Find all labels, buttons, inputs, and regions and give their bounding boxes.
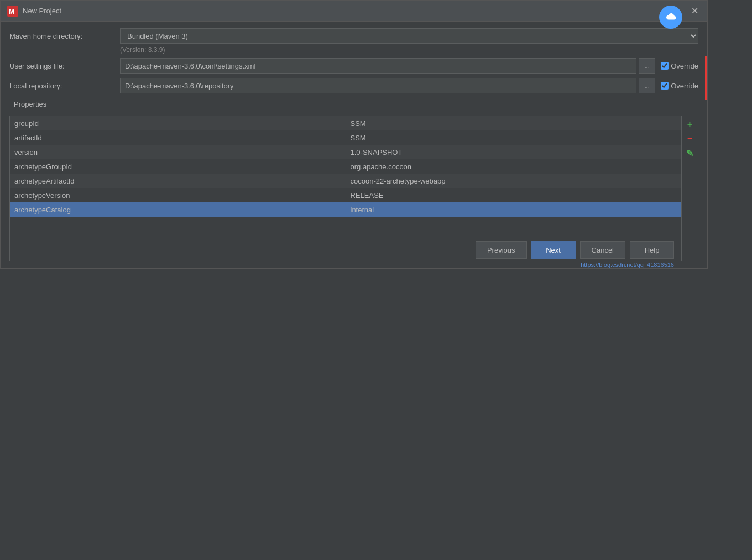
properties-container: Properties groupIdSSMartifactIdSSMversio… [9, 98, 698, 261]
table-row[interactable]: artifactIdSSM [10, 130, 681, 145]
local-repo-override[interactable]: Override [661, 82, 698, 90]
cloud-icon-button[interactable] [659, 6, 682, 29]
maven-version: (Version: 3.3.9) [120, 46, 698, 54]
cancel-button[interactable]: Cancel [580, 241, 625, 259]
properties-actions: + − ✎ [681, 116, 698, 261]
table-row[interactable]: archetypeGroupIdorg.apache.cocoon [10, 159, 681, 174]
local-repo-label: Local repository: [9, 82, 120, 90]
user-settings-label: User settings file: [9, 62, 120, 70]
user-settings-browse-btn[interactable]: ... [639, 58, 655, 74]
user-settings-input[interactable] [120, 58, 636, 74]
red-accent-bar [705, 56, 707, 100]
user-settings-override-checkbox[interactable] [661, 62, 669, 70]
table-row[interactable]: groupIdSSM [10, 116, 681, 130]
footer-link[interactable]: https://blog.csdn.net/qq_41816516 [581, 261, 674, 268]
close-button[interactable]: ✕ [688, 5, 701, 17]
local-repo-input-group: ... Override [120, 78, 698, 93]
table-row[interactable]: archetypeArtifactIdcocoon-22-archetype-w… [10, 174, 681, 188]
maven-label: Maven home directory: [9, 32, 120, 40]
user-settings-override[interactable]: Override [661, 62, 698, 70]
maven-home-select[interactable]: Bundled (Maven 3) [120, 28, 698, 44]
properties-table: groupIdSSMartifactIdSSMversion1.0-SNAPSH… [10, 116, 681, 217]
maven-row: Maven home directory: Bundled (Maven 3) [9, 28, 698, 44]
app-icon: M [7, 6, 18, 17]
user-settings-input-group: ... Override [120, 58, 698, 74]
local-repo-browse-btn[interactable]: ... [639, 78, 655, 93]
add-property-button[interactable]: + [684, 118, 696, 130]
edit-property-button[interactable]: ✎ [684, 147, 696, 159]
remove-property-button[interactable]: − [684, 133, 696, 145]
user-settings-row: User settings file: ... Override [9, 58, 698, 74]
local-repo-input[interactable] [120, 78, 636, 93]
next-button[interactable]: Next [531, 241, 576, 259]
dialog-body: Maven home directory: Bundled (Maven 3) … [1, 22, 707, 268]
local-repo-row: Local repository: ... Override [9, 78, 698, 93]
svg-text:M: M [9, 8, 14, 15]
properties-wrapper: groupIdSSMartifactIdSSMversion1.0-SNAPSH… [9, 116, 698, 261]
properties-header: Properties [9, 98, 698, 111]
table-row[interactable]: version1.0-SNAPSHOT [10, 145, 681, 159]
maven-dropdown-wrapper: Bundled (Maven 3) [120, 28, 698, 44]
window-title: New Project [23, 7, 61, 15]
new-project-dialog: M New Project ✕ Maven home directory: Bu… [0, 0, 708, 269]
table-row[interactable]: archetypeVersionRELEASE [10, 188, 681, 202]
properties-table-container: groupIdSSMartifactIdSSMversion1.0-SNAPSH… [10, 116, 681, 261]
local-repo-override-checkbox[interactable] [661, 82, 669, 90]
title-bar: M New Project ✕ [1, 1, 707, 22]
dialog-footer: Previous Next Cancel Help [476, 241, 674, 259]
title-bar-left: M New Project [7, 6, 61, 17]
table-row[interactable]: archetypeCataloginternal [10, 202, 681, 217]
cloud-icon [665, 12, 677, 22]
previous-button[interactable]: Previous [476, 241, 527, 259]
help-button[interactable]: Help [630, 241, 674, 259]
